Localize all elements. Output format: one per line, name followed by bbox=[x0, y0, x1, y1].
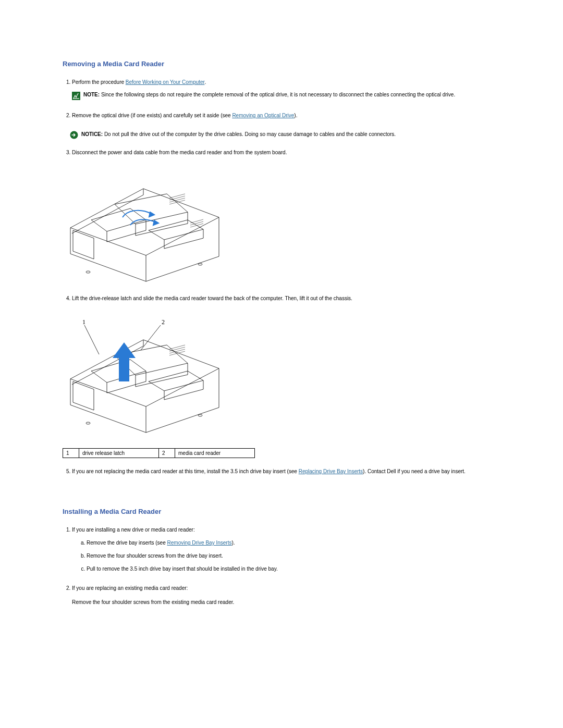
step-2-post: ). bbox=[294, 113, 297, 118]
install-step-1a: Remove the drive bay inserts (see Removi… bbox=[87, 539, 500, 547]
note-body: Since the following steps do not require… bbox=[100, 92, 455, 97]
step-1-pre: Perform the procedure bbox=[72, 79, 126, 85]
removing-steps-cont2: Lift the drive-release latch and slide t… bbox=[72, 294, 500, 302]
callout-1: 1 bbox=[82, 318, 85, 326]
figure-disconnect-cables bbox=[63, 168, 500, 285]
step-2-pre: Remove the optical drive (if one exists)… bbox=[72, 113, 232, 118]
step-3: Disconnect the power and data cable from… bbox=[72, 149, 500, 156]
step-5: If you are not replacing the media card … bbox=[72, 467, 500, 475]
svg-rect-0 bbox=[72, 92, 80, 100]
install-1a-pre: Remove the drive bay inserts (see bbox=[87, 540, 167, 546]
install-step-1-text: If you are installing a new drive or med… bbox=[72, 527, 195, 533]
step-2: Remove the optical drive (if one exists)… bbox=[72, 112, 500, 119]
callout-label-1: drive release latch bbox=[79, 449, 159, 458]
notice-text: NOTICE: Do not pull the drive out of the… bbox=[81, 131, 500, 139]
link-removing-optical[interactable]: Removing an Optical Drive bbox=[232, 113, 294, 118]
installing-steps: If you are installing a new drive or med… bbox=[72, 526, 500, 606]
note-icon bbox=[72, 92, 80, 100]
install-step-1c: Pull to remove the 3.5 inch drive bay in… bbox=[87, 565, 500, 573]
svg-line-2 bbox=[84, 325, 99, 354]
callout-label-2: media card reader bbox=[175, 449, 255, 458]
callout-num-1: 1 bbox=[63, 449, 79, 458]
figure-lift-latch: 1 2 bbox=[63, 314, 500, 439]
removing-steps: Perform the procedure Before Working on … bbox=[72, 78, 500, 119]
notice-icon bbox=[70, 131, 78, 139]
note-text: NOTE: Since the following steps do not r… bbox=[83, 91, 500, 99]
step-5-post: ). Contact Dell if you need a drive bay … bbox=[363, 468, 466, 474]
section-heading-installing: Installing a Media Card Reader bbox=[63, 508, 500, 515]
install-step-2: If you are replacing an existing media c… bbox=[72, 584, 500, 606]
step-1: Perform the procedure Before Working on … bbox=[72, 78, 500, 100]
svg-line-3 bbox=[141, 325, 161, 350]
link-before-working[interactable]: Before Working on Your Computer bbox=[126, 79, 205, 85]
removing-steps-cont: Disconnect the power and data cable from… bbox=[72, 149, 500, 156]
install-step-1: If you are installing a new drive or med… bbox=[72, 526, 500, 573]
callout-table: 1 drive release latch 2 media card reade… bbox=[63, 448, 255, 458]
note-block: NOTE: Since the following steps do not r… bbox=[72, 91, 500, 100]
section-heading-removing: Removing a Media Card Reader bbox=[63, 60, 500, 68]
callout-num-2: 2 bbox=[159, 449, 175, 458]
install-substeps: Remove the drive bay inserts (see Removi… bbox=[87, 539, 500, 573]
install-step-1b: Remove the four shoulder screws from the… bbox=[87, 552, 500, 560]
notice-body: Do not pull the drive out of the compute… bbox=[103, 131, 396, 137]
link-replacing-inserts[interactable]: Replacing Drive Bay Inserts bbox=[299, 468, 363, 474]
install-step-2-text: If you are replacing an existing media c… bbox=[72, 585, 188, 591]
notice-block: NOTICE: Do not pull the drive out of the… bbox=[70, 131, 500, 139]
install-1a-post: ). bbox=[231, 540, 235, 546]
removing-steps-cont3: If you are not replacing the media card … bbox=[72, 467, 500, 475]
notice-label: NOTICE: bbox=[81, 131, 103, 137]
callout-2: 2 bbox=[162, 318, 165, 326]
install-step-2-body: Remove the four shoulder screws from the… bbox=[72, 598, 500, 606]
note-label: NOTE: bbox=[83, 92, 100, 97]
step-1-post: . bbox=[204, 79, 206, 85]
step-5-pre: If you are not replacing the media card … bbox=[72, 468, 299, 474]
document-page: Removing a Media Card Reader Perform the… bbox=[0, 0, 563, 659]
step-4: Lift the drive-release latch and slide t… bbox=[72, 294, 500, 302]
link-removing-inserts[interactable]: Removing Drive Bay Inserts bbox=[167, 540, 232, 546]
